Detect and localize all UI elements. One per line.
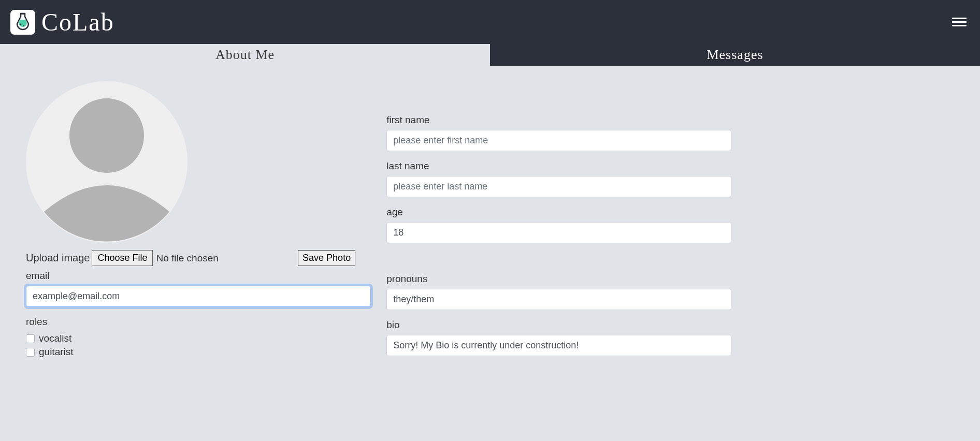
avatar-placeholder-icon [26,81,188,243]
file-chosen-status: No file chosen [156,253,218,264]
lastname-input[interactable] [386,176,731,197]
bio-input[interactable] [386,335,731,356]
role-option-vocalist: vocalist [26,333,371,344]
menu-icon[interactable] [949,12,970,32]
upload-image-label: Upload image [26,252,90,264]
bio-label: bio [386,319,731,331]
svg-point-0 [20,23,22,25]
role-label: guitarist [39,346,74,358]
role-checkbox-vocalist[interactable] [26,334,35,343]
svg-point-4 [69,98,144,173]
avatar-container [26,81,371,243]
lastname-label: last name [386,160,731,172]
pronouns-input[interactable] [386,289,731,310]
content-area: Upload image Choose File No file chosen … [0,66,980,441]
pronouns-label: pronouns [386,273,731,285]
email-label: email [26,270,371,282]
logo-area: CoLab [10,8,114,36]
tab-about-me[interactable]: About Me [0,44,490,66]
age-input[interactable] [386,222,731,243]
save-photo-button[interactable]: Save Photo [298,250,355,266]
roles-label: roles [26,316,371,328]
tabs-nav: About Me Messages [0,44,980,66]
logo-icon [10,10,35,35]
role-label: vocalist [39,333,71,344]
role-option-guitarist: guitarist [26,346,371,358]
tab-messages[interactable]: Messages [490,44,980,66]
age-label: age [386,207,731,218]
svg-rect-2 [20,13,25,14]
brand-text: CoLab [41,8,114,36]
app-header: CoLab [0,0,980,44]
firstname-label: first name [386,114,731,126]
firstname-input[interactable] [386,130,731,151]
svg-point-1 [23,25,24,26]
email-input[interactable] [26,286,371,307]
role-checkbox-guitarist[interactable] [26,348,35,357]
choose-file-button[interactable]: Choose File [92,250,153,266]
